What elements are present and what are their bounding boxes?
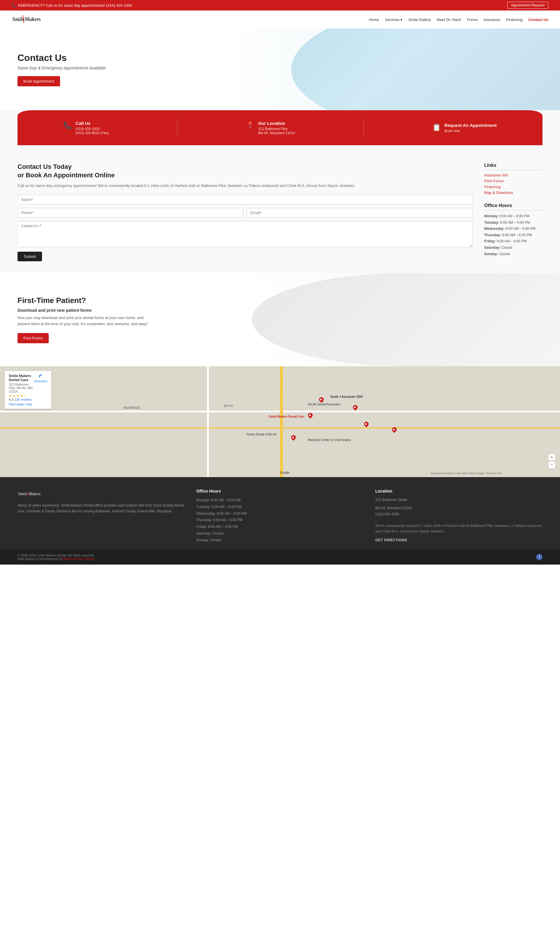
nav-insurance[interactable]: Insurance <box>483 17 500 22</box>
name-input[interactable] <box>17 195 472 204</box>
email-input[interactable] <box>247 208 472 218</box>
nav-meet-dr-hariri[interactable]: Meet Dr. Hariri <box>437 17 461 22</box>
navbar: Smile Makers Home Services ▾ Smile Galle… <box>0 11 560 29</box>
nav-smile-gallery[interactable]: Smile Gallery <box>408 17 431 22</box>
nav-financing[interactable]: Financing <box>506 17 522 22</box>
hero-section: Contact Us Same-Day & Emergency Appointm… <box>0 29 560 110</box>
location-title: Our Location <box>258 121 295 126</box>
emergency-text: EMERGENCY? Call us for same day appointm… <box>18 3 132 8</box>
call-fax: (410) 420-9810 (Fax) <box>75 131 109 135</box>
hours-saturday: Saturday: Closed <box>484 244 543 251</box>
baltimore-web-design-link[interactable]: Baltimore Web Design <box>63 557 95 561</box>
phone-email-row <box>17 208 472 218</box>
view-larger-map[interactable]: View larger map <box>9 403 47 406</box>
patient-background <box>252 273 560 366</box>
office-hours-list: Monday: 8:00 AM – 6:00 PM Tuesday: 8:00 … <box>484 213 543 257</box>
phone-icon: 📞 <box>12 3 16 8</box>
sidebar-link-financing[interactable]: Financing <box>484 184 543 189</box>
map-reviews-link[interactable]: 136 reviews <box>14 398 31 401</box>
call-us-title: Call Us <box>75 121 109 126</box>
footer-bottom: © 2002-2022 Smile Makers Dental. All rig… <box>0 549 560 564</box>
hours-thursday: Thursday: 8:00 AM – 6:00 PM <box>484 232 543 238</box>
book-appointment-button[interactable]: Book Appointment <box>17 76 60 86</box>
map-rating-value: 4.3 <box>9 398 13 401</box>
zoom-out-button[interactable]: − <box>548 461 555 468</box>
appt-title: Request An Appointment <box>445 123 497 128</box>
map-road-v1 <box>207 366 209 477</box>
footer-thu: Thursday: 8:00 AM – 6:00 PM <box>196 517 363 523</box>
info-card-call-content: Call Us (410) 420-1000 (410) 420-9810 (F… <box>75 121 109 135</box>
top-bar: 📞 EMERGENCY? Call us for same day appoin… <box>0 0 560 11</box>
footer-hours-list: Monday: 8:00 AM – 6:00 PM Tuesday: 8:00 … <box>196 497 363 544</box>
footer-fri: Friday: 8:00 AM – 4:00 PM <box>196 523 363 530</box>
sidebar-link-insurance[interactable]: Insurance Info <box>484 173 543 177</box>
print-forms-button[interactable]: Print Forms <box>17 333 49 343</box>
info-card-location: 📍 Our Location 312 Baltimore Pike Bel Ai… <box>246 121 295 135</box>
sidebar-links-section: Links Insurance Info Print Forms Financi… <box>484 163 543 195</box>
footer-mon: Monday: 8:00 AM – 6:00 PM <box>196 497 363 504</box>
info-card-location-content: Our Location 312 Baltimore Pike Bel Air,… <box>258 121 295 135</box>
info-divider-1 <box>177 119 177 137</box>
map-label-wildwood: WILDWOOD <box>123 406 140 409</box>
office-hours-heading: Office Hours <box>484 203 543 210</box>
hero-subtitle: Same-Day & Emergency Appointments Availa… <box>17 66 106 70</box>
footer-addr-street: 312 Baltimore Street <box>375 497 543 503</box>
map-directions-btn[interactable]: Directions <box>34 374 47 383</box>
facebook-icon[interactable]: f <box>536 554 543 560</box>
map-label-main: Smile Makers Dental Care <box>269 415 305 418</box>
sidebar-link-map-directions[interactable]: Map & Directions <box>484 191 543 195</box>
info-divider-2 <box>363 119 364 137</box>
phone-input[interactable] <box>17 208 243 218</box>
contact-heading: Contact Us Today or Book An Appointment … <box>17 163 472 179</box>
patient-content: First-Time Patient? Download and print n… <box>17 296 149 343</box>
map-label-1: Smith J Alexander DDS <box>331 395 363 398</box>
svg-text:Makers: Makers <box>24 16 41 22</box>
contact-form-area: Contact Us Today or Book An Appointment … <box>17 163 472 261</box>
hours-friday: Friday: 9:00 AM – 4:00 PM <box>484 238 543 244</box>
map-road-v2 <box>280 366 283 477</box>
appointment-request-button[interactable]: Appointment Request <box>507 2 548 9</box>
sidebar: Links Insurance Info Print Forms Financi… <box>484 163 543 261</box>
svg-text:Smile: Smile <box>18 492 27 496</box>
appt-book-now: Book now <box>445 129 497 133</box>
nav-contact-us[interactable]: Contact Us <box>528 17 548 22</box>
info-card-appointment-content: Request An Appointment Book now <box>445 123 497 133</box>
footer-description: About 25 years experience, Smile Makers … <box>17 503 185 514</box>
get-directions-link[interactable]: GET DIRECTIONS <box>375 538 407 542</box>
info-section: 📞 Call Us (410) 420-1000 (410) 420-9810 … <box>17 110 543 145</box>
nav-forms[interactable]: Forms <box>467 17 478 22</box>
phone-icon: 📞 <box>63 121 72 129</box>
map-google-label: Google <box>280 471 289 474</box>
comments-textarea[interactable] <box>17 221 472 247</box>
map-pin-2 <box>352 404 358 411</box>
sidebar-link-print-forms[interactable]: Print Forms <box>484 179 543 183</box>
hours-monday: Monday: 8:00 AM – 6:00 PM <box>484 213 543 220</box>
location-city: Bel Air, Maryland 21014 <box>258 131 295 135</box>
map-stars: ★ ★ ★ ★ ☆ <box>9 394 27 398</box>
patient-title: First-Time Patient? <box>17 296 149 305</box>
footer: Smile Makers About 25 years experience, … <box>0 477 560 549</box>
footer-addr-phone: (410) 420-1000 <box>375 511 543 517</box>
footer-wed: Wednesday: 8:00 AM – 6:00 PM <box>196 510 363 517</box>
office-hours-section: Office Hours Monday: 8:00 AM – 6:00 PM T… <box>484 203 543 257</box>
nav-home[interactable]: Home <box>369 17 379 22</box>
logo[interactable]: Smile Makers <box>12 14 47 26</box>
map-pin-main <box>307 412 314 418</box>
submit-button[interactable]: Submit <box>17 252 42 261</box>
footer-location-title: Location <box>375 489 543 494</box>
appointment-icon: 📋 <box>432 123 441 132</box>
footer-logo: Smile Makers <box>17 489 185 499</box>
nav-services[interactable]: Services ▾ <box>385 17 403 22</box>
hero-background <box>224 29 560 110</box>
call-phone: (410) 420-1000 <box>75 127 109 131</box>
links-heading: Links <box>484 163 543 170</box>
map-rating-row: ★ ★ ★ ★ ☆ <box>9 394 34 398</box>
map-section: Smith J Alexander DDS Bel Air Dental Ass… <box>0 366 560 477</box>
zoom-in-button[interactable]: + <box>548 454 555 461</box>
svg-text:Makers: Makers <box>28 492 41 496</box>
location-street: 312 Baltimore Pike <box>258 127 295 131</box>
hours-tuesday: Tuesday: 8:00 AM – 6:00 PM <box>484 220 543 226</box>
map-background: Smith J Alexander DDS Bel Air Dental Ass… <box>0 366 560 477</box>
footer-sun: Sunday: Closed <box>196 537 363 544</box>
map-controls: + − <box>548 454 555 468</box>
